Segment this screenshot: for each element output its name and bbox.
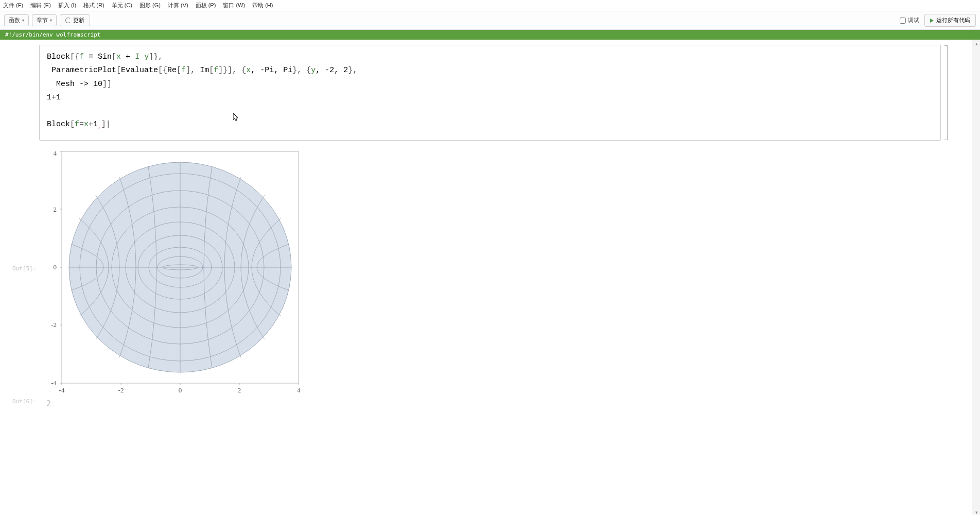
svg-text:-4: -4 — [51, 379, 57, 387]
shebang-bar: #!/usr/bin/env wolframscript — [0, 30, 980, 40]
menu-help[interactable]: 帮助 (H) — [252, 2, 273, 9]
menu-palettes[interactable]: 面板 (P) — [196, 2, 216, 9]
sections-label: 章节 — [37, 16, 48, 24]
functions-dropdown[interactable]: 函数 ▾ — [4, 14, 29, 26]
svg-text:0: 0 — [179, 386, 182, 394]
run-all-button[interactable]: 运行所有代码 — [924, 14, 976, 27]
svg-text:2: 2 — [238, 386, 241, 394]
menu-edit[interactable]: 编辑 (E) — [30, 2, 51, 9]
refresh-button[interactable]: 更新 — [60, 14, 90, 26]
menu-window[interactable]: 窗口 (W) — [223, 2, 245, 9]
input-cell[interactable]: Block[{f = Sin[x + I y]}, ParametricPlot… — [39, 45, 941, 141]
play-icon — [930, 19, 934, 23]
shebang-text: #!/usr/bin/env wolframscript — [5, 31, 100, 38]
scroll-down-icon[interactable]: ▾ — [972, 508, 980, 515]
svg-text:0: 0 — [54, 263, 57, 271]
svg-text:2: 2 — [54, 205, 57, 213]
chevron-down-icon: ▾ — [22, 18, 24, 23]
parametric-plot: -4 -2 0 2 4 -4 -2 0 — [41, 144, 309, 396]
menu-format[interactable]: 格式 (R) — [83, 2, 104, 9]
notebook-workspace[interactable]: Block[{f = Sin[x + I y]}, ParametricPlot… — [0, 40, 980, 515]
debug-checkbox-input[interactable] — [900, 18, 906, 24]
svg-text:-2: -2 — [118, 386, 124, 394]
svg-text:4: 4 — [54, 149, 57, 157]
scroll-up-icon[interactable]: ▴ — [972, 40, 980, 48]
menu-cell[interactable]: 单元 (C) — [112, 2, 132, 9]
vertical-scrollbar[interactable]: ▴ ▾ — [972, 40, 980, 515]
menu-evaluate[interactable]: 计算 (V) — [168, 2, 188, 9]
output-cell-6: Out[6]= 2 — [39, 399, 941, 408]
run-all-label: 运行所有代码 — [936, 16, 970, 24]
menu-insert[interactable]: 插入 (I) — [58, 2, 76, 9]
debug-checkbox[interactable]: 调试 — [900, 16, 919, 24]
output-cell: Out[5]= — [39, 144, 941, 396]
svg-text:-4: -4 — [59, 386, 65, 394]
sections-dropdown[interactable]: 章节 ▾ — [32, 14, 57, 26]
refresh-label: 更新 — [73, 16, 84, 24]
output6-value: 2 — [46, 399, 51, 408]
cell-bracket-icon[interactable] — [944, 45, 948, 140]
toolbar: 函数 ▾ 章节 ▾ 更新 调试 运行所有代码 — [0, 11, 980, 30]
debug-label: 调试 — [908, 16, 919, 24]
menu-bar: 文件 (F) 编辑 (E) 插入 (I) 格式 (R) 单元 (C) 图形 (G… — [0, 0, 980, 11]
code-content[interactable]: Block[{f = Sin[x + I y]}, ParametricPlot… — [47, 50, 933, 132]
menu-graphics[interactable]: 图形 (G) — [139, 2, 161, 9]
svg-text:4: 4 — [297, 386, 301, 394]
chevron-down-icon: ▾ — [50, 18, 52, 23]
svg-text:-2: -2 — [51, 321, 57, 329]
functions-label: 函数 — [9, 16, 20, 24]
menu-file[interactable]: 文件 (F) — [3, 2, 23, 9]
refresh-icon — [65, 18, 71, 23]
output-label: Out[5]= — [12, 265, 36, 272]
output6-label: Out[6]= — [12, 398, 36, 405]
